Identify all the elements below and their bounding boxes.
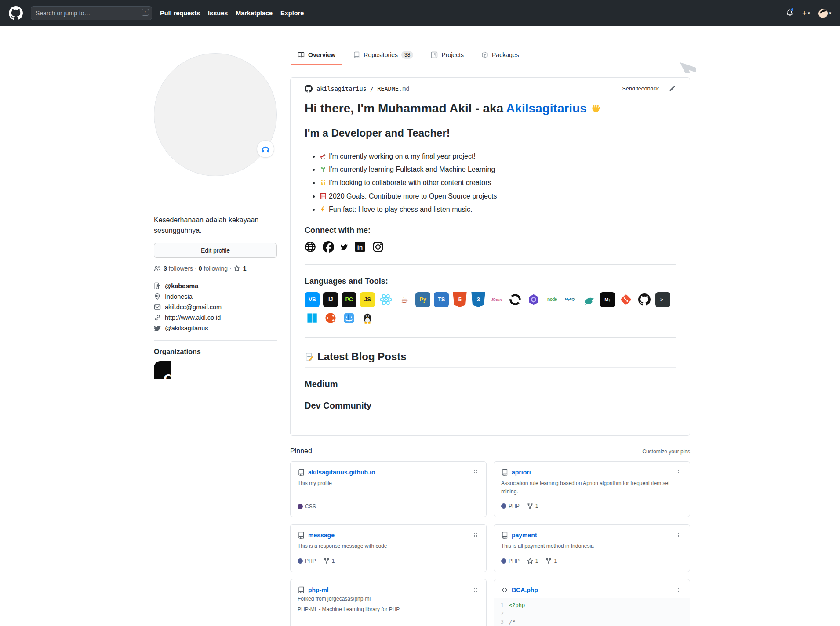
card-language: PHP	[298, 558, 316, 564]
card-fork-count[interactable]: 1	[545, 557, 557, 564]
tab-overview[interactable]: Overview	[291, 47, 342, 65]
tab-repositories[interactable]: Repositories 38	[346, 47, 420, 65]
card-fork-count[interactable]: 1	[323, 557, 335, 564]
plus-icon: +	[802, 9, 807, 18]
notifications-button[interactable]	[786, 9, 793, 18]
profile-sidebar: Kesederhanaan adalah kekayaan sesungguhn…	[154, 53, 277, 626]
edit-readme-pencil-icon[interactable]	[669, 85, 676, 92]
readme-breadcrumb[interactable]: akilsagitarius / README.md	[316, 85, 409, 92]
card-language: PHP	[501, 558, 520, 564]
git-icon	[618, 292, 633, 307]
pinned-card-BCA.php: BCA.php 1 <?php 2 3 /* 4 * 2020 - API BC…	[494, 579, 690, 626]
wave-emoji	[589, 103, 601, 114]
profile-detail-twitter[interactable]: @akilsagitarius	[154, 323, 277, 333]
bash-icon: >_	[655, 292, 670, 307]
detail-text: akil.dcc@gmail.com	[165, 304, 222, 311]
github-logo-icon[interactable]	[9, 6, 23, 20]
readme-subtitle: I'm a Developer and Teacher!	[305, 127, 676, 144]
grabber-icon[interactable]	[676, 532, 683, 539]
location-icon	[154, 293, 161, 300]
card-star-count[interactable]: 1	[527, 557, 538, 564]
windows-icon	[305, 311, 320, 326]
pinned-repo-link[interactable]: payment	[512, 532, 537, 539]
follow-stats[interactable]: 3 followers · 0 following · 1	[154, 265, 277, 272]
send-feedback-link[interactable]: Send feedback	[622, 86, 659, 92]
project-icon	[431, 51, 438, 58]
tools-heading: Languages and Tools:	[305, 277, 676, 286]
readme-bullet: I'm looking to collaborate with other co…	[320, 177, 676, 188]
gist-code-preview: 1 <?php 2 3 /* 4 * 2020 - API BCA Simple…	[494, 598, 690, 626]
code-line: 3 /*	[494, 618, 690, 626]
nav-link-explore[interactable]: Explore	[280, 10, 304, 17]
readme-bullet: I'm currently learning Fullstack and Mac…	[320, 164, 676, 174]
language-dot	[298, 558, 303, 564]
code-line: 1 <?php	[494, 601, 690, 610]
card-description: This is a response message with code	[298, 542, 479, 550]
notification-dot	[790, 7, 794, 11]
pinned-card-php-ml: php-ml Forked from jorgecasas/php-ml PHP…	[290, 579, 487, 626]
pinned-repo-link[interactable]: message	[308, 532, 335, 539]
card-footer: PHP 1	[501, 496, 683, 510]
twitter-icon	[154, 325, 161, 332]
twitter-icon[interactable]	[341, 243, 348, 250]
nav-link-marketplace[interactable]: Marketplace	[236, 10, 273, 17]
card-language: CSS	[298, 503, 316, 510]
tab-label: Repositories	[364, 51, 398, 58]
nav-link-pull-requests[interactable]: Pull requests	[160, 10, 200, 17]
tab-projects[interactable]: Projects	[424, 47, 471, 65]
grabber-icon[interactable]	[472, 586, 479, 593]
fork-icon	[527, 503, 534, 510]
dancers-emoji	[320, 179, 327, 186]
profile-detail-mail[interactable]: akil.dcc@gmail.com	[154, 302, 277, 312]
card-description: Association rule learning based on Aprio…	[501, 479, 683, 496]
code-line: 2	[494, 610, 690, 618]
tab-packages[interactable]: Packages	[474, 47, 526, 65]
linkedin-icon[interactable]: in	[354, 241, 366, 253]
pinned-repo-link[interactable]: akilsagitarius.github.io	[308, 469, 375, 476]
customize-pins-link[interactable]: Customize your pins	[642, 449, 690, 455]
grabber-icon[interactable]	[676, 469, 683, 476]
create-new-button[interactable]: + ▾	[802, 9, 810, 18]
card-fork-count[interactable]: 1	[527, 503, 538, 510]
organization-avatar[interactable]: Clicommander	[154, 361, 171, 379]
stars-count: 1	[243, 265, 247, 272]
grabber-icon[interactable]	[472, 532, 479, 539]
nav-link-issues[interactable]: Issues	[208, 10, 228, 17]
memo-emoji	[305, 352, 313, 361]
repo-icon	[298, 586, 305, 593]
profile-readme-card: akilsagitarius / README.md Send feedback…	[290, 77, 690, 436]
github-icon	[637, 292, 652, 307]
link-icon	[154, 314, 161, 321]
facebook-icon[interactable]	[323, 241, 334, 253]
globe-icon[interactable]	[305, 241, 316, 253]
global-search: /	[31, 6, 152, 20]
language-dot	[501, 558, 506, 564]
profile-detail-link[interactable]: http://www.akil.co.id	[154, 312, 277, 323]
pinned-repo-link[interactable]: BCA.php	[512, 586, 538, 593]
edit-profile-button[interactable]: Edit profile	[154, 243, 277, 258]
profile-detail-organization[interactable]: @kabesma	[154, 281, 277, 291]
typescript-icon: TS	[434, 292, 449, 307]
pinned-card-akilsagitarius.github.io: akilsagitarius.github.io This my profile…	[290, 461, 487, 517]
dot-separator: ·	[229, 265, 232, 272]
sidebar-divider	[154, 340, 277, 341]
tab-label: Projects	[441, 51, 464, 58]
avatar[interactable]	[154, 53, 277, 176]
dot-separator: ·	[195, 265, 197, 272]
grabber-icon[interactable]	[472, 469, 479, 476]
grabber-icon[interactable]	[676, 586, 683, 593]
pinned-repo-link[interactable]: apriori	[512, 469, 531, 476]
card-description: PHP-ML - Machine Learning library for PH…	[298, 605, 479, 614]
instagram-icon[interactable]	[372, 241, 384, 253]
search-input[interactable]	[31, 6, 152, 20]
repo-icon	[298, 469, 305, 476]
status-emoji-badge[interactable]	[257, 140, 274, 158]
user-menu-button[interactable]: ▾	[818, 9, 831, 18]
readme-title-link[interactable]: Akilsagitarius	[506, 101, 587, 116]
pinned-repo-link[interactable]: php-ml	[308, 586, 329, 593]
card-description: This is all payment method in Indonesia	[501, 542, 683, 550]
search-shortcut-key: /	[142, 9, 149, 16]
sass-icon: Sass	[489, 292, 504, 307]
readme-bullet: 2020 Goals: Contribute more to Open Sour…	[320, 191, 676, 201]
java-icon: ☕	[397, 292, 412, 307]
